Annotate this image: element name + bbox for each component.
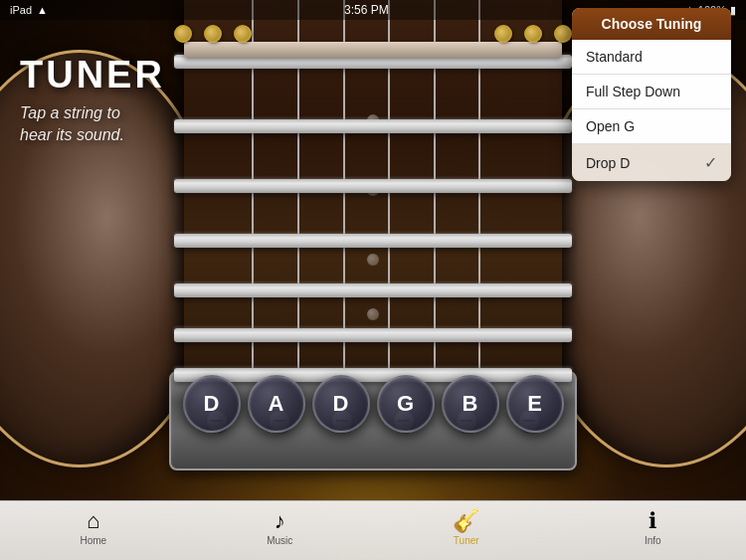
note-button-b-4[interactable]: B xyxy=(442,375,499,433)
fretboard xyxy=(184,0,562,431)
note-button-d-2[interactable]: D xyxy=(312,375,370,433)
tuner-subtitle: Tap a string tohear its sound. xyxy=(20,102,165,147)
dropdown-item-label: Drop D xyxy=(586,155,630,171)
tab-icon-home: ⌂ xyxy=(87,510,99,532)
dropdown-item-standard[interactable]: Standard xyxy=(572,40,731,75)
fret-4 xyxy=(174,234,572,248)
inlay-dot-9 xyxy=(367,308,379,320)
tuning-peg-1 xyxy=(174,25,192,43)
tab-bar: ⌂Home♪Music🎸TunerℹInfo xyxy=(0,500,746,560)
tab-item-home[interactable]: ⌂Home xyxy=(0,510,187,551)
inlay-dot-7 xyxy=(367,254,379,266)
fret-3 xyxy=(174,179,572,193)
tuning-peg-2 xyxy=(204,25,222,43)
tuning-peg-3 xyxy=(234,25,252,43)
tab-label-home: Home xyxy=(80,535,106,546)
dropdown-item-label: Full Step Down xyxy=(586,84,680,99)
tab-item-tuner[interactable]: 🎸Tuner xyxy=(373,510,560,551)
tab-label-music: Music xyxy=(267,535,292,546)
tuner-label-area: TUNER Tap a string tohear its sound. xyxy=(20,55,165,147)
fret-5 xyxy=(174,283,572,297)
tuning-dropdown: Choose Tuning StandardFull Step DownOpen… xyxy=(572,8,731,181)
tuning-peg-4 xyxy=(494,25,512,43)
tab-icon-info: ℹ xyxy=(649,510,656,532)
tab-icon-music: ♪ xyxy=(275,510,285,532)
note-button-g-3[interactable]: G xyxy=(377,375,435,433)
fret-2 xyxy=(174,119,572,133)
tab-item-info[interactable]: ℹInfo xyxy=(560,510,747,551)
checkmark-icon: ✓ xyxy=(704,153,717,172)
wifi-icon: ▲ xyxy=(37,4,48,16)
note-button-a-1[interactable]: A xyxy=(248,375,305,433)
tuning-peg-5 xyxy=(524,25,542,43)
tab-icon-tuner: 🎸 xyxy=(453,510,479,532)
status-left: iPad ▲ xyxy=(10,4,48,16)
dropdown-item-label: Open G xyxy=(586,118,635,134)
tab-label-info: Info xyxy=(645,535,661,546)
note-buttons-container: DADGBE xyxy=(169,375,577,433)
dropdown-item-open-g[interactable]: Open G xyxy=(572,109,731,144)
guitar-nut xyxy=(184,42,562,58)
tuner-title: TUNER xyxy=(20,55,165,96)
dropdown-item-label: Standard xyxy=(586,49,643,65)
tab-item-music[interactable]: ♪Music xyxy=(187,510,374,551)
note-button-d-0[interactable]: D xyxy=(183,375,241,433)
dropdown-items-container: StandardFull Step DownOpen GDrop D✓ xyxy=(572,40,731,181)
dropdown-item-full-step-down[interactable]: Full Step Down xyxy=(572,75,731,109)
fret-6 xyxy=(174,328,572,342)
tab-label-tuner: Tuner xyxy=(454,535,479,546)
device-label: iPad xyxy=(10,4,32,16)
dropdown-item-drop-d[interactable]: Drop D✓ xyxy=(572,144,731,181)
note-button-e-5[interactable]: E xyxy=(506,375,564,433)
status-time: 3:56 PM xyxy=(344,3,389,17)
tuning-peg-6 xyxy=(554,25,572,43)
dropdown-header: Choose Tuning xyxy=(572,8,731,40)
